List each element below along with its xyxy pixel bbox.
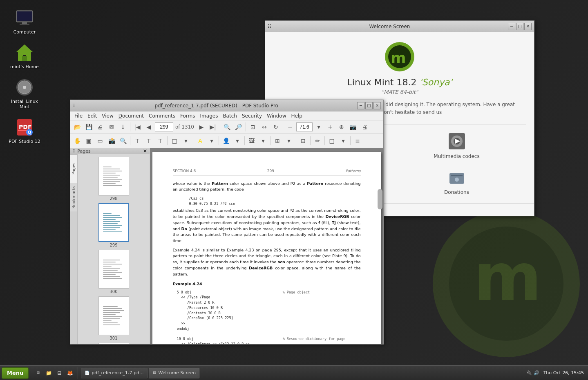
desktop: Computer mint's Home Install Linux Mint … <box>0 0 588 380</box>
panel-close[interactable]: ✕ <box>143 148 147 154</box>
tb-table-tool[interactable]: ⊞ <box>272 136 283 146</box>
menu-file[interactable]: File <box>72 112 85 120</box>
desktop-icon-computer[interactable]: Computer <box>8 8 41 35</box>
thumbnail-list: 298 <box>78 154 150 344</box>
menu-help[interactable]: Help <box>289 112 305 120</box>
thumbnail-298[interactable]: 298 <box>98 157 129 201</box>
tb-open-button[interactable]: 📂 <box>72 122 83 132</box>
tb-rect2-tool[interactable]: □ <box>326 136 337 146</box>
thumbnail-299[interactable]: 299 <box>98 203 129 247</box>
tb-zoom-dropdown-button[interactable]: ▾ <box>313 122 324 132</box>
vtab-pages[interactable]: Pages <box>70 154 77 183</box>
tb-zoom-out-button[interactable]: − <box>285 122 295 132</box>
pdf-minimize-button[interactable]: − <box>357 102 364 109</box>
taskbar-tray: 🔌 🔊 Thu Oct 26, 15:45 <box>526 370 586 376</box>
tb-highlight-tool[interactable]: A <box>195 136 206 146</box>
welcome-maximize-button[interactable]: □ <box>516 23 523 30</box>
tb-search2-button[interactable]: 🔎 <box>233 122 244 132</box>
tb-print2-button[interactable]: 🖨 <box>359 122 370 132</box>
svg-point-8 <box>23 86 26 89</box>
menu-document[interactable]: Document <box>116 112 146 120</box>
tb-save-button[interactable]: 💾 <box>83 122 94 132</box>
pdf-close-button[interactable]: ✕ <box>373 102 381 109</box>
tb-magnify-tool[interactable]: 🔍 <box>118 136 128 146</box>
tb-draw-tool[interactable]: ✏ <box>312 136 323 146</box>
welcome-close-button[interactable]: ✕ <box>524 23 532 30</box>
tb-email-button[interactable]: ✉ <box>106 122 117 132</box>
taskbar-menu-button[interactable]: Menu <box>2 367 29 379</box>
scrollbar-thumb[interactable] <box>378 189 382 209</box>
taskbar-quick-icons: 🖥 📁 ⊟ 🦊 <box>33 368 75 378</box>
tb-first-page-button[interactable]: |◀ <box>132 122 143 132</box>
page-number-input[interactable] <box>155 122 173 131</box>
tb-search-button[interactable]: 🔍 <box>222 122 233 132</box>
thumbnail-302[interactable]: 302 <box>98 343 129 344</box>
taskbar-task-pdf[interactable]: 📄 pdf_reference_1-7.pd... <box>81 368 147 378</box>
tb-shape-tool[interactable]: □ <box>169 136 180 146</box>
tb-rotate-button[interactable]: ↻ <box>271 122 281 132</box>
welcome-action-donations[interactable]: Donations <box>404 167 510 195</box>
menu-window[interactable]: Window <box>264 112 288 120</box>
taskbar-browser[interactable]: 🦊 <box>65 368 75 378</box>
svg-rect-1 <box>17 11 32 21</box>
taskbar-show-desktop[interactable]: 🖥 <box>33 368 43 378</box>
thumb-label-300: 300 <box>110 289 117 294</box>
menu-comments[interactable]: Comments <box>146 112 178 120</box>
taskbar-task-welcome[interactable]: 🖥 Welcome Screen <box>149 368 200 378</box>
vtab-bookmarks[interactable]: Bookmarks <box>70 183 77 211</box>
tb-snapshot-button[interactable]: 📷 <box>348 122 358 132</box>
tb-fit-page-button[interactable]: ⊡ <box>248 122 258 132</box>
menu-batch[interactable]: Batch <box>220 112 239 120</box>
vertical-tabs: Pages Bookmarks <box>70 154 78 344</box>
welcome-minimize-button[interactable]: − <box>508 23 515 30</box>
tb-callout-tool[interactable]: T <box>155 136 165 146</box>
pdf-maximize-button[interactable]: □ <box>365 102 373 109</box>
tb-prev-page-button[interactable]: ◀ <box>143 122 154 132</box>
tb-typewriter-tool[interactable]: T <box>143 136 154 146</box>
tb-text-tool[interactable]: T <box>132 136 143 146</box>
tb-image-dropdown[interactable]: ▾ <box>258 136 268 146</box>
menu-forms[interactable]: Forms <box>178 112 197 120</box>
menu-security[interactable]: Security <box>239 112 264 120</box>
tb-more-button[interactable]: ⊕ <box>336 122 347 132</box>
multimedia-label: Multimedia codecs <box>434 153 479 159</box>
tb-fit-width-button[interactable]: ↔ <box>259 122 270 132</box>
tb-table-dropdown[interactable]: ▾ <box>284 136 294 146</box>
menu-images[interactable]: Images <box>198 112 221 120</box>
tray-network-icon[interactable]: 🔌 <box>526 370 532 376</box>
tb-snapshot-tool[interactable]: 📸 <box>106 136 117 146</box>
taskbar-terminal[interactable]: ⊟ <box>54 368 64 378</box>
zoom-input[interactable] <box>296 122 313 131</box>
desktop-icon-home[interactable]: mint's Home <box>8 43 41 69</box>
tb-last-page-button[interactable]: ▶| <box>208 122 218 132</box>
tb-hand-tool[interactable]: ✋ <box>72 136 83 146</box>
tb-more2-button[interactable]: ≡ <box>352 136 363 146</box>
tb-align-tool[interactable]: ⊟ <box>298 136 309 146</box>
tb-next-page-button[interactable]: ▶ <box>196 122 207 132</box>
thumbnail-300[interactable]: 300 <box>98 250 129 294</box>
desktop-icon-pdf-studio[interactable]: PDF Q PDF Studio 12 <box>8 118 41 144</box>
menu-view[interactable]: View <box>99 112 116 120</box>
tb-arrow-button[interactable]: ↓ <box>118 122 128 132</box>
welcome-action-multimedia[interactable]: Multimedia codecs <box>404 131 510 159</box>
tb-select-tool[interactable]: ▣ <box>83 136 94 146</box>
multimedia-icon <box>447 131 467 151</box>
tb-zoom-in-button[interactable]: + <box>325 122 335 132</box>
pdf-window-title: pdf_reference_1-7.pdf (SECURED) - PDF St… <box>78 103 355 109</box>
taskbar-clock: Thu Oct 26, 15:45 <box>541 370 586 376</box>
taskbar-file-manager[interactable]: 📁 <box>44 368 54 378</box>
tb-image-tool[interactable]: 🖼 <box>246 136 257 146</box>
tb-print-button[interactable]: 🖨 <box>95 122 105 132</box>
tray-volume-icon[interactable]: 🔊 <box>534 370 539 376</box>
tb-stamp-tool[interactable]: 👤 <box>221 136 231 146</box>
desktop-icon-install[interactable]: Install Linux Mint <box>8 78 41 109</box>
tb-highlight-dropdown[interactable]: ▾ <box>206 136 217 146</box>
tb-rect-tool[interactable]: ▭ <box>95 136 105 146</box>
taskbar-sep-2 <box>78 367 78 379</box>
tb-shape-dropdown[interactable]: ▾ <box>181 136 191 146</box>
pdf-page-area[interactable]: SECTION 4.6 299 Patterns whose value is … <box>150 148 383 344</box>
thumbnail-301[interactable]: 301 <box>98 296 129 340</box>
menu-edit[interactable]: Edit <box>85 112 99 120</box>
tb-stamp-dropdown[interactable]: ▾ <box>232 136 243 146</box>
tb-rect2-dropdown[interactable]: ▾ <box>338 136 349 146</box>
